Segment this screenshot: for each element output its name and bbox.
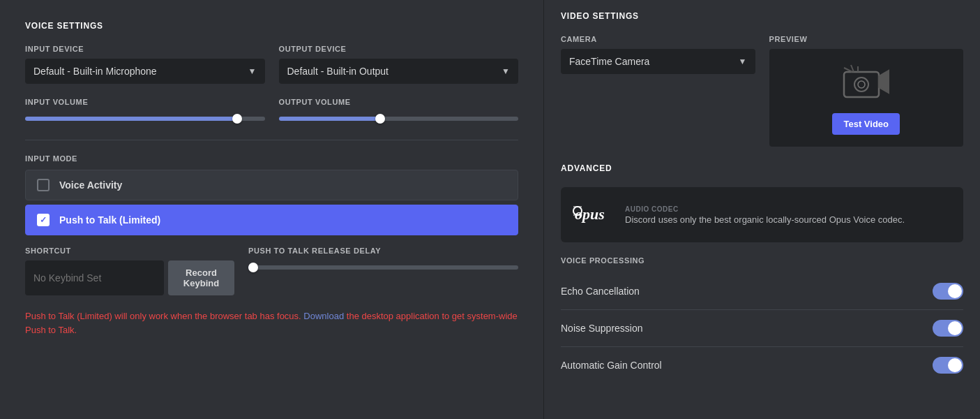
ptt-delay-label: PUSH TO TALK RELEASE DELAY (248, 247, 518, 255)
push-to-talk-label: Push to Talk (Limited) (59, 214, 160, 226)
input-device-wrapper[interactable]: Default - Built-in Microphone ▼ (25, 59, 265, 84)
camera-preview-icon (838, 61, 894, 105)
svg-point-3 (858, 81, 865, 88)
video-settings-title: VIDEO SETTINGS (561, 11, 963, 21)
svg-rect-0 (844, 72, 879, 97)
keybind-display-input[interactable] (25, 260, 164, 295)
voice-processing-label: VOICE PROCESSING (561, 256, 963, 265)
shortcut-row: SHORTCUT Record Keybind PUSH TO TALK REL… (25, 247, 518, 295)
shortcut-field: SHORTCUT Record Keybind (25, 247, 234, 295)
camera-field: CAMERA FaceTime Camera ▼ (561, 35, 755, 74)
input-mode-label: INPUT MODE (25, 154, 518, 163)
push-to-talk-checkbox (37, 214, 50, 226)
output-volume-slider-container (279, 112, 519, 123)
ptt-delay-field: PUSH TO TALK RELEASE DELAY (248, 247, 518, 295)
camera-label: CAMERA (561, 35, 755, 43)
preview-field: PREVIEW (769, 35, 964, 147)
ptt-delay-slider-container (248, 260, 518, 272)
voice-activity-option[interactable]: Voice Activity (25, 170, 518, 200)
push-to-talk-option[interactable]: Push to Talk (Limited) (25, 205, 518, 235)
left-panel: VOICE SETTINGS INPUT DEVICE Default - Bu… (0, 0, 544, 419)
output-volume-field: OUTPUT VOLUME (279, 98, 519, 123)
opus-card: opus AUDIO CODEC Discord uses only the b… (561, 187, 963, 242)
voice-settings-title: VOICE SETTINGS (25, 21, 518, 31)
svg-point-2 (854, 78, 868, 91)
noise-suppression-label: Noise Suppression (561, 323, 643, 334)
preview-label: PREVIEW (769, 35, 964, 43)
advanced-title: ADVANCED (561, 163, 963, 173)
input-device-select[interactable]: Default - Built-in Microphone (25, 59, 265, 84)
record-keybind-button[interactable]: Record Keybind (168, 260, 234, 295)
opus-codec-label: AUDIO CODEC (625, 205, 905, 213)
test-video-button[interactable]: Test Video (832, 113, 900, 135)
input-volume-slider[interactable] (25, 117, 265, 121)
output-device-select[interactable]: Default - Built-in Output (279, 59, 519, 84)
volume-row: INPUT VOLUME OUTPUT VOLUME (25, 98, 518, 123)
output-device-field: OUTPUT DEVICE Default - Built-in Output … (279, 45, 519, 84)
keybind-row: Record Keybind (25, 260, 234, 295)
voice-activity-checkbox (37, 179, 50, 191)
opus-info: AUDIO CODEC Discord uses only the best o… (625, 205, 905, 225)
camera-preview-row: CAMERA FaceTime Camera ▼ PREVIEW (561, 35, 963, 147)
voice-processing-section: VOICE PROCESSING Echo Cancellation Noise… (561, 256, 963, 383)
output-device-label: OUTPUT DEVICE (279, 45, 519, 53)
divider-1 (25, 140, 518, 140)
preview-box: Test Video (769, 49, 964, 147)
output-device-wrapper[interactable]: Default - Built-in Output ▼ (279, 59, 519, 84)
input-device-field: INPUT DEVICE Default - Built-in Micropho… (25, 45, 265, 84)
warning-text: Push to Talk (Limited) will only work wh… (25, 309, 518, 337)
opus-desc: Discord uses only the best organic local… (625, 214, 905, 225)
echo-cancellation-toggle[interactable] (933, 283, 963, 300)
opus-logo: opus (572, 198, 614, 231)
warning-text-part1: Push to Talk (Limited) will only work wh… (25, 311, 301, 321)
noise-suppression-toggle[interactable] (933, 320, 963, 337)
input-device-label: INPUT DEVICE (25, 45, 265, 53)
ptt-delay-slider[interactable] (248, 265, 518, 270)
output-volume-slider[interactable] (279, 117, 519, 121)
device-row: INPUT DEVICE Default - Built-in Micropho… (25, 45, 518, 84)
echo-cancellation-label: Echo Cancellation (561, 286, 640, 297)
agc-toggle[interactable] (933, 357, 963, 374)
agc-label: Automatic Gain Control (561, 360, 662, 371)
input-volume-label: INPUT VOLUME (25, 98, 265, 106)
shortcut-label: SHORTCUT (25, 247, 234, 255)
output-volume-label: OUTPUT VOLUME (279, 98, 519, 106)
camera-select[interactable]: FaceTime Camera (561, 49, 755, 74)
input-volume-field: INPUT VOLUME (25, 98, 265, 123)
noise-suppression-row: Noise Suppression (561, 310, 963, 347)
input-volume-slider-container (25, 112, 265, 123)
camera-select-wrapper[interactable]: FaceTime Camera ▼ (561, 49, 755, 74)
download-link[interactable]: Download (303, 311, 344, 321)
video-settings-section: VIDEO SETTINGS CAMERA FaceTime Camera ▼ … (561, 11, 963, 147)
echo-cancellation-row: Echo Cancellation (561, 273, 963, 310)
svg-marker-1 (879, 71, 889, 93)
right-panel: VIDEO SETTINGS CAMERA FaceTime Camera ▼ … (544, 0, 980, 419)
advanced-section: ADVANCED opus AUDIO CODEC Discord uses o… (561, 163, 963, 242)
agc-row: Automatic Gain Control (561, 347, 963, 383)
voice-activity-label: Voice Activity (59, 179, 122, 191)
